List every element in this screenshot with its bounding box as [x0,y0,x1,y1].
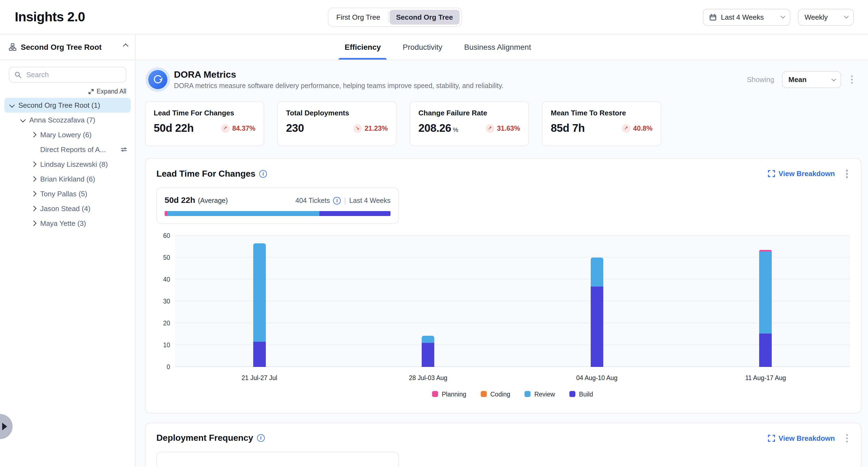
bar-28-jul-03-aug[interactable] [344,236,513,367]
metric-label: Change Failure Rate [418,109,520,117]
tree-item-label: Second Org Tree Root (1) [18,101,100,110]
legend-label: Planning [442,391,466,397]
chevron-down-icon[interactable] [10,104,13,107]
tree-item-second-org-tree-root-1[interactable]: Second Org Tree Root (1) [4,98,131,113]
trend-up-icon: ↗ [488,126,492,131]
bar-04-aug-10-aug[interactable] [513,236,681,367]
trend-circle: ↘ [353,124,362,133]
legend-label: Review [534,391,555,397]
expand-all-button[interactable]: Expand All [9,88,126,95]
bar-segment-review [760,252,772,334]
chevron-down-icon[interactable] [21,118,24,122]
content-area: DORA Metrics DORA metrics measure softwa… [136,60,868,467]
bar-11-aug-17-aug[interactable] [681,236,850,367]
calendar-icon [709,13,716,21]
first-org-tree-button[interactable]: First Org Tree [330,9,387,24]
kebab-menu-button[interactable] [848,73,855,86]
metric-unit: % [453,126,458,133]
search-input[interactable] [9,67,126,83]
y-tick-label: 50 [163,254,170,260]
legend-coding[interactable]: Coding [480,391,510,397]
showing-value: Mean [788,75,806,84]
trend-circle: ↗ [221,124,229,133]
y-tick-label: 40 [163,276,170,282]
legend-review[interactable]: Review [525,391,555,397]
chevron-right-icon[interactable] [32,207,35,211]
summary-meta: 404 Tickets | Last 4 Weeks [296,196,391,204]
summary-bar-build [319,211,391,216]
metric-value: 85d 7h [551,122,585,134]
dora-cycle-icon [148,70,167,89]
chart-legend: PlanningCodingReviewBuild [175,391,850,404]
bar-21-jul-27-jul[interactable] [175,236,344,367]
tab-bar: EfficiencyProductivityBusiness Alignment [136,34,868,60]
chevron-right-icon[interactable] [32,192,35,196]
metric-label: Lead Time For Changes [154,109,255,117]
metric-value: 230 [286,122,304,134]
expand-corners-icon [768,435,775,442]
metric-value-row: 208.26%↗31.63% [418,122,520,134]
chevron-right-icon[interactable] [32,163,35,166]
tree-item-label: Lindsay Liszewski (8) [40,160,108,168]
legend-swatch [525,391,530,397]
deployment-summary-card [156,452,399,467]
dora-subtitle: DORA metrics measure software delivery p… [174,82,503,90]
tree-item-maya-yette-3[interactable]: Maya Yette (3) [4,216,131,231]
sidebar-collapse-button[interactable] [123,45,126,49]
filter-icon[interactable] [120,146,127,153]
tab-productivity[interactable]: Productivity [401,34,444,60]
trend-circle: ↗ [486,124,494,133]
info-icon[interactable] [257,434,265,442]
chevron-right-icon[interactable] [32,133,35,137]
chevron-right-icon[interactable] [32,178,35,181]
deployment-frequency-section: Deployment Frequency View Breakdown [145,423,862,467]
trend-percent: 31.63% [497,124,520,132]
trend-percent: 40.8% [633,124,652,132]
date-range-dropdown[interactable]: Last 4 Weeks [703,8,790,25]
tree-item-tony-pallas-5[interactable]: Tony Pallas (5) [4,186,131,201]
tree-item-direct-reports-of-a[interactable]: Direct Reports of A... [4,142,131,157]
page-title: Insights 2.0 [15,9,85,25]
view-breakdown-label: View Breakdown [779,170,835,178]
chevron-up-icon [123,44,128,49]
chevron-down-icon [831,76,836,81]
second-org-tree-button[interactable]: Second Org Tree [390,9,459,24]
deployment-header: Deployment Frequency View Breakdown [156,432,850,444]
dora-controls: Showing Mean [747,71,862,88]
info-icon[interactable] [259,170,267,178]
tree-item-lindsay-liszewski-8[interactable]: Lindsay Liszewski (8) [4,157,131,172]
tree-item-anna-scozzafava-7[interactable]: Anna Scozzafava (7) [4,113,131,127]
x-tick-label: 28 Jul-03 Aug [344,374,513,381]
metric-value-row: 230↘21.23% [286,122,388,134]
showing-dropdown[interactable]: Mean [782,71,841,88]
info-icon[interactable] [333,196,341,204]
y-tick-label: 0 [166,363,170,370]
summary-line: 50d 22h (Average) 404 Tickets | Last 4 W… [165,195,391,204]
tree-item-jason-stead-4[interactable]: Jason Stead (4) [4,201,131,216]
metric-card-lead-time-for-changes: Lead Time For Changes50d 22h↗84.37% [145,101,264,146]
search-icon [14,71,22,79]
bars-layer [175,236,850,367]
kebab-menu-button[interactable] [844,167,850,180]
trend-up-icon: ↗ [624,126,628,131]
legend-label: Coding [490,391,510,397]
chevron-right-icon[interactable] [32,222,35,225]
x-tick-label: 11 Aug-17 Aug [681,374,850,381]
arrow-right-icon [2,423,7,430]
kebab-menu-button[interactable] [844,432,850,444]
legend-planning[interactable]: Planning [432,391,466,397]
tab-efficiency[interactable]: Efficiency [343,34,382,60]
tree-item-brian-kirkland-6[interactable]: Brian Kirkland (6) [4,172,131,186]
sidebar-collapse-handle[interactable] [0,414,12,439]
tree-item-mary-lowery-6[interactable]: Mary Lowery (6) [4,127,131,142]
view-breakdown-button[interactable]: View Breakdown [768,170,835,178]
stacked-bar [422,236,435,367]
tab-business-alignment[interactable]: Business Alignment [462,34,532,60]
granularity-dropdown[interactable]: Weekly [798,8,854,25]
tickets-count: 404 Tickets [296,196,330,204]
trend-badge: ↗84.37% [221,124,255,133]
view-breakdown-button[interactable]: View Breakdown [768,434,835,442]
legend-build[interactable]: Build [569,391,593,397]
chevron-down-icon [780,14,785,19]
expand-corners-icon [768,170,775,178]
